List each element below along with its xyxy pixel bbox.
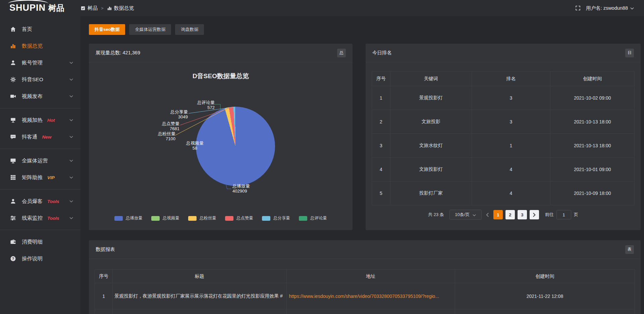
ranking-panel-title: 今日排名 xyxy=(372,50,392,56)
col-url: 地址 xyxy=(286,270,455,283)
sliders-icon xyxy=(10,215,17,221)
col-keyword: 关键词 xyxy=(390,71,472,86)
legend-item-plays[interactable]: 总播放量 xyxy=(114,215,143,221)
goto-label: 前往 xyxy=(545,212,554,218)
pie-label-plays: 总播放量 402909 xyxy=(232,184,250,194)
pie-label-fans: 总粉丝量 7100 xyxy=(145,131,175,141)
sidebar-divider xyxy=(0,108,80,108)
legend-item-comments[interactable]: 总评论量 xyxy=(299,215,327,221)
sidebar-item-doukutong[interactable]: 抖客通 New xyxy=(0,128,80,145)
prev-page-button[interactable] xyxy=(484,213,491,217)
legend-swatch xyxy=(188,216,197,221)
breadcrumb-current[interactable]: 数据总览 xyxy=(107,5,134,11)
ranking-table: 序号 关键词 排名 创建时间 1景观投影灯32021-10-02 09:00 xyxy=(372,71,635,205)
topbar: SHUPIN 树品 树品 > 数据总览 用户名: zswodun88 xyxy=(0,0,644,16)
chevron-down-icon xyxy=(630,5,634,11)
total-badge-button[interactable]: 总 xyxy=(337,49,346,57)
leader-line-comments xyxy=(215,104,220,110)
breadcrumb-label: 数据总览 xyxy=(114,5,134,11)
sidebar-item-home[interactable]: 首页 xyxy=(0,21,80,38)
sidebar-item-label: 抖客通 xyxy=(22,134,38,141)
sidebar-item-label: 全媒体运营 xyxy=(22,157,48,164)
col-created: 创建时间 xyxy=(550,71,635,86)
report-table: 序号 标题 地址 创建时间 1 景观投影灯，夜游景观投影灯厂家展示展示落花灯在花… xyxy=(95,269,635,314)
pie-label-likes: 总点赞量 7681 xyxy=(149,121,179,131)
app-logo: SHUPIN 树品 xyxy=(0,3,80,13)
breadcrumb: 树品 > 数据总览 xyxy=(80,5,134,11)
pie-label-shares: 总分享量 3049 xyxy=(158,109,188,119)
sidebar-item-label: 数据总览 xyxy=(22,43,43,50)
bar-chart-icon xyxy=(107,6,112,11)
sidebar-item-label: 消费明细 xyxy=(22,239,43,246)
legend-item-fans[interactable]: 总粉丝量 xyxy=(188,215,216,221)
chevron-down-icon xyxy=(69,176,73,179)
legend-item-likes[interactable]: 总点赞量 xyxy=(225,215,253,221)
day-badge-button[interactable]: 日 xyxy=(625,49,634,57)
video-url-link[interactable]: https://www.iesdouyin.com/share/video/70… xyxy=(289,294,452,299)
legend-swatch xyxy=(151,216,160,221)
pie-chart[interactable] xyxy=(196,107,275,186)
grid-icon xyxy=(10,174,17,180)
sidebar-item-matrix-boost[interactable]: 矩阵助推 VIP xyxy=(0,169,80,186)
tab-media-operation-data[interactable]: 全媒体运营数据 xyxy=(129,24,171,35)
sidebar-item-data-overview[interactable]: 数据总览 xyxy=(0,38,80,54)
chevron-down-icon xyxy=(69,217,73,219)
breadcrumb-home[interactable]: 树品 xyxy=(80,5,98,11)
table-header-row: 序号 关键词 排名 创建时间 xyxy=(372,71,635,86)
table-row xyxy=(95,309,635,314)
chevron-down-icon xyxy=(69,159,73,162)
table-row: 3文旅水纹灯12021-10-13 18:00 xyxy=(372,134,635,158)
sidebar-item-member-burst[interactable]: 会员爆客 Tools xyxy=(0,193,80,210)
wallet-icon xyxy=(10,239,17,245)
page-size-select[interactable]: 10条/页 xyxy=(449,210,482,220)
sidebar-item-label: 视频发布 xyxy=(22,93,43,100)
sidebar-item-expense-details[interactable]: 消费明细 xyxy=(0,233,80,250)
pie-label-comments: 总评论量 572 xyxy=(184,100,215,110)
legend-item-videos[interactable]: 总视频量 xyxy=(151,215,179,221)
chevron-down-icon xyxy=(69,78,73,81)
col-rank: 排名 xyxy=(472,71,550,86)
chat-icon xyxy=(10,134,17,140)
table-header-row: 序号 标题 地址 创建时间 xyxy=(95,270,635,283)
table-row: 5投影灯厂家42021-10-09 18:00 xyxy=(372,181,635,205)
chart-legend: 总播放量 总视频量 总粉丝量 总点赞量 总分享量 总评论量 xyxy=(89,215,353,221)
breadcrumb-label: 树品 xyxy=(88,5,98,11)
sidebar-item-lead-monitor[interactable]: 线索监控 Tools xyxy=(0,210,80,226)
tab-douyin-seo-data[interactable]: 抖音seo数据 xyxy=(89,24,125,35)
goto-page-input[interactable] xyxy=(556,210,571,219)
monitor-icon xyxy=(10,158,17,164)
next-page-button[interactable] xyxy=(530,210,539,219)
col-index: 序号 xyxy=(95,270,113,283)
breadcrumb-separator: > xyxy=(101,6,104,11)
fullscreen-icon[interactable] xyxy=(575,5,581,11)
sidebar-item-account[interactable]: 账号管理 xyxy=(0,54,80,71)
today-ranking-panel: 今日排名 日 序号 关键词 排名 创建时间 xyxy=(366,44,641,230)
page-button-3[interactable]: 3 xyxy=(518,210,527,219)
sidebar-item-media-operation[interactable]: 全媒体运营 xyxy=(0,152,80,169)
sidebar-item-help[interactable]: ? 操作说明 xyxy=(0,250,80,267)
page-button-1[interactable]: 1 xyxy=(493,210,503,219)
sidebar-item-video-heat[interactable]: 视频加热 Hot xyxy=(0,112,80,128)
chevron-down-icon xyxy=(69,61,73,64)
sidebar-item-label: 首页 xyxy=(22,26,32,33)
bar-chart-icon xyxy=(10,43,17,49)
col-created: 创建时间 xyxy=(455,270,635,283)
table-row: 1 景观投影灯，夜游景观投影灯厂家展示展示落花灯在花园里的灯光投影应用效果 # … xyxy=(95,283,635,309)
home-icon xyxy=(10,26,17,32)
sidebar-item-label: 视频加热 xyxy=(22,117,43,124)
chevron-down-icon xyxy=(473,212,476,217)
sidebar-divider xyxy=(0,189,80,190)
sidebar: 首页 数据总览 账号管理 抖音SEO 视频发布 视频加热 Hot xyxy=(0,16,80,314)
legend-item-shares[interactable]: 总分享量 xyxy=(262,215,290,221)
sidebar-item-video-publish[interactable]: 视频发布 xyxy=(0,88,80,105)
sidebar-item-douyin-seo[interactable]: 抖音SEO xyxy=(0,71,80,88)
app-square-icon xyxy=(80,6,86,11)
report-panel-title: 数据报表 xyxy=(96,246,115,253)
main-content: 抖音seo数据 全媒体运营数据 询盘数据 展现量总数: 421,369 总 D音… xyxy=(80,16,644,314)
chevron-down-icon xyxy=(69,95,73,98)
tab-inquiry-data[interactable]: 询盘数据 xyxy=(175,24,204,35)
table-badge-button[interactable]: 表 xyxy=(625,245,634,254)
user-menu[interactable]: 用户名: zswodun88 xyxy=(586,5,634,11)
page-button-2[interactable]: 2 xyxy=(505,210,515,219)
seo-overview-panel: 展现量总数: 421,369 总 D音SEO数据量总览 总评论量 572 xyxy=(89,44,353,230)
